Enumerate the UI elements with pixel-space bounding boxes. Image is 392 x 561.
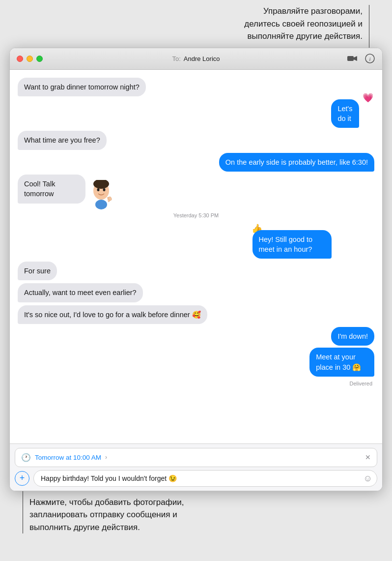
message-row: I'm down! Meet at your place in 30 🤗 (18, 327, 374, 377)
message-bubble-left: What time are you free? (18, 131, 107, 149)
emoji-button[interactable]: ☺ (364, 473, 372, 483)
reminder-close-button[interactable]: ✕ (365, 453, 371, 461)
message-row: 👍 Hey! Still good to meet in an hour? (18, 225, 374, 259)
timestamp: Yesterday 5:30 PM (18, 212, 374, 218)
message-text: I'm down! (337, 332, 368, 340)
delivered-label: Delivered (18, 381, 374, 386)
message-input[interactable] (33, 470, 377, 487)
traffic-lights (17, 56, 43, 62)
reaction-emoji: 💗 (363, 92, 373, 103)
message-bubble-right: On the early side is probably better, li… (219, 153, 374, 172)
minimize-button[interactable] (27, 56, 33, 62)
annotation-top-text: Управляйте разговорами, делитесь своей г… (244, 6, 363, 41)
message-row: On the early side is probably better, li… (18, 153, 374, 172)
maximize-button[interactable] (36, 56, 43, 62)
message-row: Let's do it 💗 (18, 99, 374, 128)
input-row: + ☺ (15, 470, 377, 487)
message-text: On the early side is probably better, li… (225, 158, 368, 166)
titlebar: To: Andre Lorico i (10, 48, 382, 70)
titlebar-right: i (347, 53, 375, 64)
message-bubble-left: Actually, want to meet even earlier? (18, 283, 143, 302)
message-row: It's so nice out, I'd love to go for a w… (18, 305, 374, 324)
message-bubble-left: It's so nice out, I'd love to go for a w… (18, 305, 207, 324)
video-call-button[interactable] (347, 53, 358, 64)
annotation-bottom-text: Нажмите, чтобы добавить фотографии, запл… (29, 498, 184, 532)
annotation-bottom: Нажмите, чтобы добавить фотографии, запл… (0, 491, 392, 539)
message-text: It's so nice out, I'd love to go for a w… (24, 311, 201, 319)
message-text: Meet at your place in 30 🤗 (316, 353, 361, 371)
annotation-top: Управляйте разговорами, делитесь своей г… (0, 0, 392, 48)
message-text: What time are you free? (24, 136, 100, 144)
message-bubble-right: Meet at your place in 30 🤗 (309, 348, 374, 377)
messages-area: Want to grab dinner tomorrow night? Let'… (10, 70, 382, 443)
message-text: Let's do it (337, 105, 352, 122)
add-button[interactable]: + (15, 471, 29, 486)
message-bubble-right: I'm down! (331, 327, 374, 346)
svg-text:i: i (369, 56, 370, 62)
svg-point-7 (95, 200, 107, 209)
contact-name: Andre Lorico (184, 55, 220, 62)
close-button[interactable] (17, 56, 23, 62)
clock-icon: 🕐 (21, 453, 31, 462)
titlebar-center: To: Andre Lorico (172, 55, 220, 62)
message-bubble-left: Cool! Talk tomorrow (18, 175, 85, 204)
svg-rect-0 (347, 56, 354, 61)
message-text: For sure (24, 267, 51, 275)
message-text: Want to grab dinner tomorrow night? (24, 83, 140, 91)
info-button[interactable]: i (364, 53, 375, 64)
message-row: For sure (18, 262, 374, 280)
delivered-text: Delivered (350, 381, 372, 386)
message-bubble-left: For sure (18, 262, 57, 280)
input-wrapper: ☺ (33, 470, 377, 487)
message-row: What time are you free? (18, 131, 374, 149)
message-text: Hey! Still good to meet in an hour? (259, 236, 313, 253)
timestamp-text: Yesterday 5:30 PM (173, 212, 219, 218)
svg-point-6 (103, 188, 105, 191)
chevron-right-icon: › (105, 454, 107, 461)
message-bubble-left: Want to grab dinner tomorrow night? (18, 78, 146, 96)
stacked-bubbles: I'm down! Meet at your place in 30 🤗 (275, 327, 374, 377)
message-row: Actually, want to meet even earlier? (18, 283, 374, 302)
to-label: To: (172, 55, 180, 62)
compose-area: 🕐 Tomorrow at 10:00 AM › ✕ + ☺ (10, 443, 382, 491)
svg-point-5 (97, 188, 99, 191)
message-bubble-right: Hey! Still good to meet in an hour? (252, 230, 332, 259)
plus-icon: + (20, 473, 25, 483)
reminder-bar[interactable]: 🕐 Tomorrow at 10:00 AM › ✕ (15, 448, 377, 467)
message-row: Want to grab dinner tomorrow night? (18, 78, 374, 96)
reminder-text: Tomorrow at 10:00 AM (35, 454, 101, 461)
memoji-bubble: Cool! Talk tomorrow (18, 175, 122, 204)
message-text: Actually, want to meet even earlier? (24, 289, 137, 296)
memoji-sticker (88, 180, 114, 206)
message-text: Cool! Talk tomorrow (24, 180, 55, 198)
reminder-content: 🕐 Tomorrow at 10:00 AM › (21, 453, 107, 462)
message-row: Cool! Talk tomorrow (18, 175, 374, 204)
messages-window: To: Andre Lorico i Want to grab dinn (9, 48, 383, 491)
message-bubble-right: Let's do it (331, 99, 359, 128)
